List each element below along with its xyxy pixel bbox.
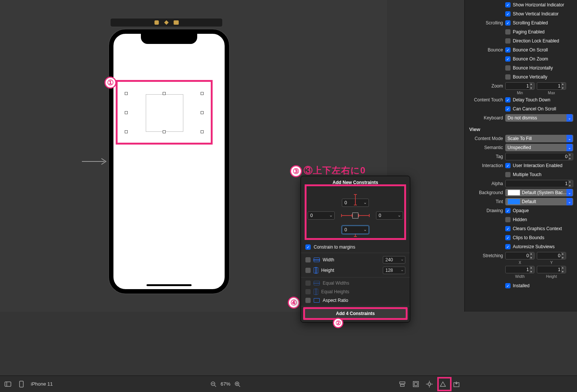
bounce-horiz-checkbox[interactable] xyxy=(505,65,511,71)
popover-title: Add New Constraints xyxy=(301,179,410,187)
background-dropdown[interactable]: Default (System Bac…⌄ xyxy=(505,189,573,196)
tint-dropdown[interactable]: Default⌄ xyxy=(505,198,573,205)
stretch-x-sublabel: X xyxy=(505,261,535,265)
tag-input[interactable]: 0 xyxy=(505,153,573,160)
annotation-badge-1: ① xyxy=(104,77,116,89)
tool-icon-2[interactable] xyxy=(164,20,169,25)
drawing-label: Drawing xyxy=(468,208,503,213)
show-horiz-indicator-checkbox[interactable]: ✓ xyxy=(505,2,511,8)
zoom-max-input[interactable]: 1 xyxy=(537,82,566,90)
constraint-bottom-input[interactable]: 0 xyxy=(342,226,369,234)
width-value[interactable]: 240 xyxy=(383,256,405,264)
bounce-zoom-checkbox[interactable]: ✓ xyxy=(505,56,511,62)
attributes-inspector[interactable]: ✓Show Horizontal Indicator ✓Show Vertica… xyxy=(464,0,577,312)
strut-right-icon[interactable] xyxy=(358,215,370,216)
installed-label: Installed xyxy=(513,283,530,288)
equal-widths-checkbox xyxy=(305,280,311,286)
svg-rect-6 xyxy=(20,381,23,387)
annotation-badge-2: ② xyxy=(333,318,343,328)
paging-enabled-checkbox[interactable] xyxy=(505,29,511,35)
zoom-level[interactable]: 67% xyxy=(221,381,230,387)
width-row[interactable]: Width 240 xyxy=(301,255,410,265)
embed-in-icon[interactable] xyxy=(452,380,461,388)
scrolling-enabled-checkbox[interactable]: ✓ xyxy=(505,20,511,26)
direction-lock-checkbox[interactable] xyxy=(505,38,511,44)
zoom-min-input[interactable]: 1 xyxy=(505,82,535,90)
clips-bounds-checkbox[interactable]: ✓ xyxy=(505,235,511,240)
opaque-label: Opaque xyxy=(513,208,529,213)
strut-top-icon[interactable] xyxy=(355,194,356,205)
equal-heights-row: Equal Heights xyxy=(301,287,410,296)
tool-icon-3[interactable] xyxy=(174,20,179,25)
handle-bc[interactable] xyxy=(163,130,166,133)
zoom-min-sublabel: Min xyxy=(505,91,535,95)
autoresize-checkbox[interactable]: ✓ xyxy=(505,244,511,249)
stretching-label: Stretching xyxy=(468,253,503,258)
height-value[interactable]: 128 xyxy=(383,267,405,274)
height-checkbox[interactable] xyxy=(305,268,311,273)
zoom-in-icon[interactable] xyxy=(233,380,242,388)
handle-tl[interactable] xyxy=(125,92,128,95)
alpha-input[interactable]: 1 xyxy=(505,180,573,187)
semantic-dropdown[interactable]: Unspecified⌄ xyxy=(505,144,573,151)
device-icon[interactable] xyxy=(17,380,26,388)
aspect-ratio-label: Aspect Ratio xyxy=(323,298,405,303)
height-row[interactable]: Height 128 xyxy=(301,265,410,276)
constrain-margins-row[interactable]: ✓ Constrain to margins xyxy=(301,244,410,251)
stretch-y-sublabel: Y xyxy=(537,261,566,265)
show-horiz-indicator-label: Show Horizontal Indicator xyxy=(513,2,564,8)
panel-toggle-icon[interactable] xyxy=(4,380,12,388)
content-mode-dropdown[interactable]: Scale To Fill⌄ xyxy=(505,135,573,142)
svg-rect-18 xyxy=(428,383,430,385)
handle-br[interactable] xyxy=(201,130,204,133)
autoresize-label: Autoresize Subviews xyxy=(513,244,554,249)
add-constraints-button[interactable]: Add 4 Constraints xyxy=(305,309,406,318)
handle-bl[interactable] xyxy=(125,130,128,133)
pin-constraints-icon[interactable] xyxy=(425,380,434,388)
keyboard-dropdown[interactable]: Do not dismiss⌄ xyxy=(505,114,573,122)
selection-handles[interactable] xyxy=(125,92,204,133)
stretch-y-input[interactable]: 0 xyxy=(537,252,566,259)
bounce-scroll-checkbox[interactable]: ✓ xyxy=(505,47,511,53)
user-interaction-checkbox[interactable]: ✓ xyxy=(505,163,511,168)
constraint-left-input[interactable]: 0 xyxy=(308,211,335,220)
handle-tc[interactable] xyxy=(163,92,166,95)
device-name[interactable]: iPhone 11 xyxy=(31,381,53,387)
opaque-checkbox[interactable]: ✓ xyxy=(505,208,511,213)
hidden-checkbox[interactable] xyxy=(505,217,511,222)
stretch-w-input[interactable]: 1 xyxy=(505,266,535,273)
multiple-touch-checkbox[interactable] xyxy=(505,172,511,177)
annotation-badge-4: ④ xyxy=(288,297,300,309)
align-tool-icon[interactable] xyxy=(398,380,406,388)
canvas-bottom-bar: iPhone 11 67% xyxy=(0,375,464,392)
width-checkbox[interactable] xyxy=(305,257,311,262)
clears-graphics-checkbox[interactable]: ✓ xyxy=(505,226,511,231)
zoom-label: Zoom xyxy=(468,83,503,89)
height-icon xyxy=(314,267,318,273)
bounce-horiz-label: Bounce Horizontally xyxy=(513,65,553,71)
show-vert-indicator-checkbox[interactable]: ✓ xyxy=(505,11,511,17)
tool-icon-1[interactable] xyxy=(154,20,159,25)
cancel-scroll-label: Can Cancel On Scroll xyxy=(513,106,556,112)
stretch-h-input[interactable]: 1 xyxy=(537,266,566,273)
aspect-ratio-checkbox[interactable] xyxy=(305,298,311,303)
handle-mr[interactable] xyxy=(201,111,204,114)
svg-rect-17 xyxy=(414,383,417,386)
handle-tr[interactable] xyxy=(201,92,204,95)
scrolling-enabled-label: Scrolling Enabled xyxy=(513,20,548,26)
cancel-scroll-checkbox[interactable]: ✓ xyxy=(505,106,511,112)
installed-checkbox[interactable]: ✓ xyxy=(505,283,511,288)
handle-ml[interactable] xyxy=(125,111,128,114)
strut-left-icon[interactable] xyxy=(341,215,352,216)
delay-touch-checkbox[interactable]: ✓ xyxy=(505,97,511,103)
zoom-controls: 67% xyxy=(209,380,242,388)
constraint-right-input[interactable]: 0 xyxy=(376,211,403,220)
zoom-out-icon[interactable] xyxy=(209,380,218,388)
stretch-x-input[interactable]: 0 xyxy=(505,252,535,259)
embed-tool-icon[interactable] xyxy=(412,380,420,388)
aspect-ratio-row[interactable]: Aspect Ratio xyxy=(301,296,410,305)
content-touch-label: Content Touch xyxy=(468,97,503,103)
constrain-margins-checkbox[interactable]: ✓ xyxy=(305,244,311,250)
keyboard-label: Keyboard xyxy=(468,115,503,121)
bounce-vert-checkbox[interactable] xyxy=(505,74,511,80)
